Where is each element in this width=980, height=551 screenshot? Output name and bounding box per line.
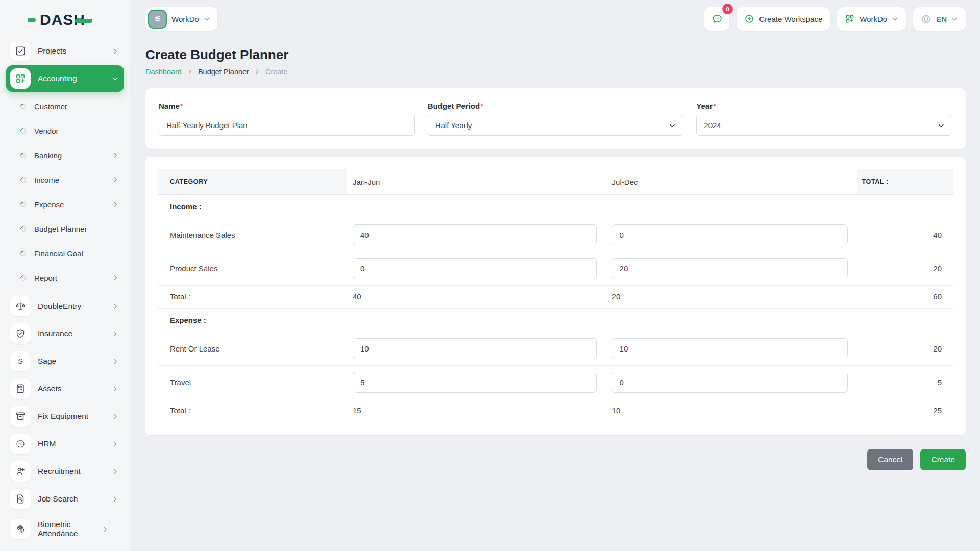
rent-or-lease-jan-jun-input[interactable] <box>353 338 597 359</box>
sidebar-item-label: Job Search <box>38 494 104 504</box>
language-code: EN <box>936 15 947 23</box>
budget-period-field-group: Budget Period* Half Yearly <box>428 102 684 136</box>
sidebar-item-banking[interactable]: Banking <box>5 143 125 167</box>
product-sales-jul-dec-input[interactable] <box>612 258 848 279</box>
sidebar-item-financial-goal[interactable]: Financial Goal <box>5 241 125 265</box>
sidebar-item-label: Biometric Attendance <box>38 520 94 538</box>
sidebar-item-vendor[interactable]: Vendor <box>5 118 125 143</box>
row-category-label: Travel <box>158 365 347 399</box>
row-category-label: Product Sales <box>158 252 347 285</box>
bullet-icon <box>19 249 28 257</box>
chevron-right-icon <box>111 385 119 393</box>
sidebar-item-projects[interactable]: Projects <box>6 38 124 64</box>
travel-jul-dec-input[interactable] <box>612 372 848 393</box>
chevron-right-icon <box>111 440 119 448</box>
expense-total-jan-jun: 15 <box>347 399 606 422</box>
chevron-right-icon <box>254 69 260 75</box>
scales-icon <box>10 296 31 316</box>
chevron-right-icon <box>112 152 119 159</box>
workspace-switcher[interactable]: WorkDo <box>145 7 217 31</box>
apps-menu-button[interactable]: WorkDo <box>837 7 906 31</box>
svg-text:Y: Y <box>19 442 22 446</box>
chevron-right-icon <box>112 274 119 281</box>
sidebar-item-label: Income <box>34 176 59 184</box>
sidebar-item-income[interactable]: Income <box>5 167 125 192</box>
chat-bubble-icon <box>711 13 723 25</box>
sidebar-item-customer[interactable]: Customer <box>5 94 125 118</box>
bullet-icon <box>19 127 28 135</box>
name-input[interactable] <box>159 115 415 136</box>
sidebar-item-biometric-attendance[interactable]: Biometric Attendance <box>6 513 124 545</box>
form-actions: Cancel Create <box>145 449 966 470</box>
sidebar-item-label: Expense <box>34 200 64 209</box>
sidebar-item-doubleentry[interactable]: DoubleEntry <box>6 293 124 319</box>
sidebar-item-label: Banking <box>34 151 62 160</box>
chevron-right-icon <box>111 468 119 475</box>
budget-period-select[interactable]: Half Yearly <box>428 115 684 136</box>
budget-period-value: Half Yearly <box>435 121 472 130</box>
expense-total-jul-dec: 10 <box>606 399 857 422</box>
name-field-group: Name* <box>159 102 415 136</box>
expense-total-row: Total : 15 10 25 <box>158 399 953 422</box>
year-select[interactable]: 2024 <box>696 115 952 136</box>
messages-button[interactable]: 0 <box>704 7 729 31</box>
create-workspace-button[interactable]: Create Workspace <box>737 7 830 31</box>
row-total-value: 5 <box>857 365 953 399</box>
year-value: 2024 <box>704 121 721 130</box>
grid-plus-icon <box>845 14 855 24</box>
product-sales-jan-jun-input[interactable] <box>353 258 597 279</box>
breadcrumb-budget-planner[interactable]: Budget Planner <box>198 68 249 76</box>
rent-or-lease-jul-dec-input[interactable] <box>612 338 848 359</box>
expense-total-overall: 25 <box>857 399 953 422</box>
required-mark: * <box>480 102 483 110</box>
messages-count-badge: 0 <box>722 4 733 14</box>
main-content: WorkDo 0 Create Workspace <box>130 0 980 551</box>
shield-check-icon <box>10 323 31 344</box>
bullet-icon <box>19 273 28 282</box>
chevron-right-icon <box>111 303 119 310</box>
maintenance-sales-jan-jun-input[interactable] <box>353 224 597 245</box>
chevron-right-icon <box>111 330 119 338</box>
create-button[interactable]: Create <box>920 449 966 470</box>
maintenance-sales-jul-dec-input[interactable] <box>612 224 848 245</box>
income-total-jan-jun: 40 <box>347 285 606 308</box>
sidebar-item-report[interactable]: Report <box>5 265 125 290</box>
sidebar: DASH Projects Accounting Customer <box>0 0 130 551</box>
app-logo[interactable]: DASH <box>5 8 125 37</box>
travel-jan-jun-input[interactable] <box>353 372 597 393</box>
chevron-right-icon <box>101 525 109 533</box>
sidebar-item-accounting[interactable]: Accounting <box>6 65 124 92</box>
language-selector[interactable]: EN <box>913 7 966 31</box>
chevron-down-icon <box>111 75 119 83</box>
logo-text: DASH <box>40 12 85 28</box>
column-header-jul-dec: Jul-Dec <box>606 169 857 194</box>
archive-icon <box>10 406 31 427</box>
sidebar-item-recruitment[interactable]: Recruitment <box>6 458 124 485</box>
accounting-submenu: Customer Vendor Banking Income Expense <box>5 93 125 292</box>
sidebar-item-sage[interactable]: S Sage <box>6 348 124 374</box>
sidebar-item-label: HRM <box>38 439 104 448</box>
table-row: Maintenance Sales 40 <box>158 218 953 252</box>
sidebar-item-hrm[interactable]: Y HRM <box>6 431 124 457</box>
bullet-icon <box>19 151 28 159</box>
breadcrumb-dashboard[interactable]: Dashboard <box>145 68 182 76</box>
sidebar-item-label: Projects <box>38 46 104 56</box>
section-heading-expense: Expense : <box>158 308 953 332</box>
sidebar-item-label: Budget Planner <box>34 224 87 233</box>
cancel-button[interactable]: Cancel <box>867 449 913 470</box>
sidebar-item-budget-planner[interactable]: Budget Planner <box>5 216 125 241</box>
chevron-right-icon <box>111 413 119 420</box>
create-workspace-label: Create Workspace <box>759 15 822 23</box>
checkbox-icon <box>10 41 31 61</box>
sidebar-item-job-search[interactable]: Job Search <box>6 486 124 512</box>
row-total-value: 20 <box>857 332 953 365</box>
sidebar-item-insurance[interactable]: Insurance <box>6 320 124 347</box>
fingerprint-icon <box>10 519 31 539</box>
sidebar-item-expense[interactable]: Expense <box>5 192 125 216</box>
dashed-circle-icon: Y <box>10 434 31 454</box>
sidebar-item-assets[interactable]: Assets <box>6 375 124 402</box>
apps-menu-label: WorkDo <box>860 15 887 23</box>
chevron-down-icon <box>938 122 945 129</box>
sidebar-item-fix-equipment[interactable]: Fix Equipment <box>6 403 124 430</box>
sidebar-item-label: Fix Equipment <box>38 412 104 421</box>
